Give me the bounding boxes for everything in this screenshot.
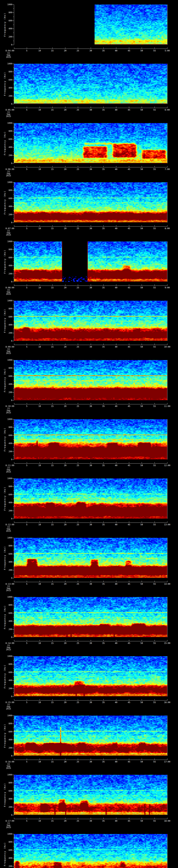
x-tick-label: 40 [113,405,120,407]
y-minor-tick [13,633,14,633]
date-line: 2015 [2,175,16,177]
x-tick [116,758,116,760]
x-tick-label: 5 [23,346,30,348]
x-tick [52,521,53,523]
y-tick-label: 800 [5,545,12,547]
y-axis-line [14,775,14,815]
spectrogram-panel: Frequency (Hz) 020040060080010008:15:005… [0,652,178,711]
x-tick [154,758,155,760]
y-minor-tick [13,364,14,364]
spectrogram-canvas [14,242,167,282]
y-minor-tick [13,550,14,550]
date-line: 2015 [2,826,16,829]
y-tick-label: 400 [5,857,12,859]
x-tick [116,521,116,523]
x-tick-label: 30 [87,109,94,111]
x-tick [78,462,78,463]
spectrogram-canvas [14,597,167,637]
x-tick-label: 40 [113,227,120,229]
x-tick [65,758,65,760]
x-tick [142,344,142,345]
x-tick [65,521,65,523]
date-line: 2015 [2,293,16,295]
x-tick-label: 25 [75,287,81,289]
x-tick [27,106,27,108]
x-tick-label: 45 [125,227,132,229]
spectrogram-canvas [14,834,167,868]
x-tick-label: 5 [23,524,30,526]
y-tick [12,419,14,420]
y-tick-label: 1000 [5,181,12,183]
x-tick-label: 40 [113,287,120,289]
y-tick [12,672,14,673]
x-end-time-label: 6:00 [160,109,174,111]
x-axis-line [14,700,168,701]
x-tick-label: 55 [151,287,158,289]
x-tick [167,403,168,404]
x-tick-label: 15 [49,524,56,526]
x-tick [78,521,78,523]
spectrogram-panel: Frequency (Hz) 020040060080010008:05:005… [0,59,178,119]
y-minor-tick [13,846,14,846]
y-tick-label: 0 [5,221,12,224]
x-tick-label: 30 [87,524,94,526]
x-tick [116,640,116,641]
x-end-time-label: 18:00 [160,820,174,822]
x-tick-label: 10 [36,701,43,704]
date-line: 2015 [2,471,16,473]
x-tick-label: 25 [75,227,81,229]
y-tick [12,392,14,393]
y-tick [12,756,14,756]
x-tick [142,521,142,523]
spectrogram-panel: Frequency (Hz) 020040060080010008:14:005… [0,592,178,652]
x-tick-label: 25 [75,346,81,348]
x-tick-label: 50 [138,50,145,52]
y-tick-label: 600 [5,375,12,377]
y-tick-label: 0 [5,340,12,342]
spectrogram-canvas [14,360,167,400]
x-tick-label: 40 [113,464,120,466]
x-tick [52,640,53,641]
x-tick-label: 10 [36,50,43,52]
y-tick-label: 600 [5,316,12,318]
x-tick-label: 55 [151,820,158,822]
x-tick [78,699,78,700]
y-minor-tick [13,676,14,677]
y-axis-line [14,597,14,637]
y-tick-label: 800 [5,189,12,191]
x-tick-label: 45 [125,168,132,170]
x-tick [27,284,27,286]
x-tick-label: 35 [100,524,107,526]
x-tick [142,462,142,463]
x-tick [91,344,91,345]
x-tick-label: 50 [138,701,145,704]
x-tick-label: 55 [151,50,158,52]
x-tick-label: 15 [49,50,56,52]
x-tick-label: 50 [138,346,145,348]
y-minor-tick [13,396,14,397]
x-tick [52,284,53,286]
y-axis-title: Frequency (Hz) [3,301,6,341]
y-axis-line [14,182,14,222]
y-minor-tick [13,660,14,660]
x-end-time-label: 12:00 [160,464,174,466]
x-tick-label: 15 [49,583,56,585]
date-line: 2015 [2,234,16,236]
y-tick [12,688,14,689]
x-end-time-label: 14:00 [160,583,174,585]
x-tick-label: 35 [100,287,107,289]
date-line: 2015 [2,589,16,591]
x-tick [116,166,116,167]
x-tick [154,344,155,345]
x-tick-label: 40 [113,524,120,526]
x-tick [78,818,78,819]
x-tick [27,521,27,523]
x-tick-label: 45 [125,524,132,526]
x-tick [116,699,116,700]
y-tick-label: 0 [5,577,12,579]
x-tick [167,106,168,108]
x-tick [142,581,142,582]
x-end-time-label: 8:00 [160,227,174,229]
y-tick-label: 400 [5,798,12,800]
y-minor-tick [13,8,14,9]
